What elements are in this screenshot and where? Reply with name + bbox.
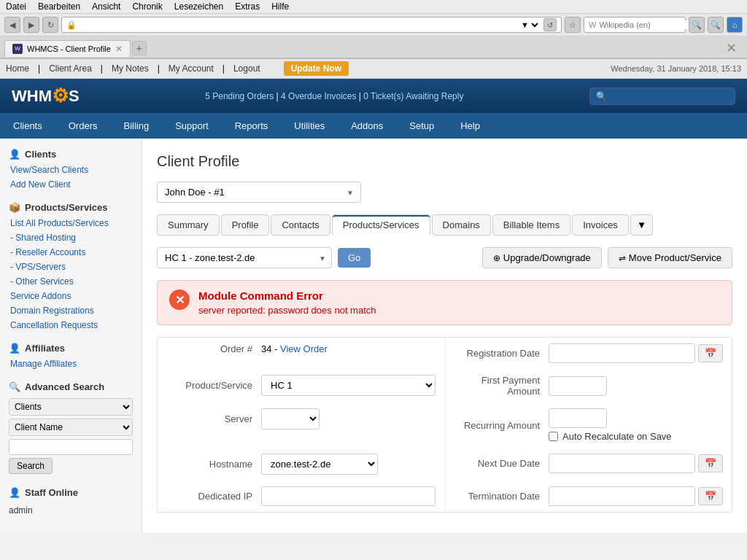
move-product-button[interactable]: ⇌ Move Product/Service bbox=[608, 247, 732, 268]
tab-contacts[interactable]: Contacts bbox=[271, 214, 330, 236]
first-payment-label: First Payment Amount bbox=[454, 375, 549, 397]
tab-billable-items[interactable]: Billable Items bbox=[492, 214, 570, 236]
sidebar-add-new-client[interactable]: Add New Client bbox=[0, 177, 142, 192]
adv-search-type-select[interactable]: Clients bbox=[9, 398, 133, 416]
sidebar-other-services[interactable]: - Other Services bbox=[0, 274, 142, 289]
form-row-1: Order # 34 - View Order Registration Dat… bbox=[158, 338, 732, 369]
sidebar-view-search-clients[interactable]: View/Search Clients bbox=[0, 163, 142, 177]
adv-search-input[interactable] bbox=[9, 439, 133, 455]
menu-chronik[interactable]: Chronik bbox=[132, 1, 162, 12]
hostname-value: zone.test-2.de bbox=[261, 454, 436, 475]
product-service-select[interactable]: HC 1 bbox=[261, 375, 436, 396]
nav-setup[interactable]: Setup bbox=[396, 113, 447, 139]
browser-search-input[interactable] bbox=[599, 20, 700, 29]
dedicated-ip-value: 192.168.2.44 bbox=[261, 486, 436, 506]
reload-button[interactable]: ↻ bbox=[42, 17, 58, 33]
sidebar-manage-affiliates[interactable]: Manage Affiliates bbox=[0, 357, 142, 371]
new-tab-button[interactable]: + bbox=[132, 41, 147, 55]
browser-toolbar: ◀ ▶ ↻ 🔒 whmcs.test-2.de/whmcs/admin/clie… bbox=[0, 14, 747, 36]
go-button[interactable]: Go bbox=[338, 248, 371, 268]
nav-my-account[interactable]: My Account bbox=[169, 63, 214, 74]
recurring-amount-input[interactable]: 1.00 bbox=[549, 408, 607, 428]
nav-client-area[interactable]: Client Area bbox=[49, 63, 92, 74]
first-payment-input[interactable]: 6.00 bbox=[549, 376, 607, 396]
tab-summary[interactable]: Summary bbox=[157, 214, 220, 236]
menu-bearbeiten[interactable]: Bearbeiten bbox=[38, 1, 80, 12]
sidebar-cancellation-requests[interactable]: Cancellation Requests bbox=[0, 318, 142, 332]
zoom-out[interactable]: 🔍 bbox=[689, 17, 705, 33]
tab-more-button[interactable]: ▼ bbox=[630, 214, 653, 236]
overdue-invoices-link[interactable]: 4 Overdue Invoices bbox=[281, 91, 356, 101]
tab-products-services[interactable]: Products/Services bbox=[332, 214, 430, 236]
nav-orders[interactable]: Orders bbox=[55, 113, 111, 139]
next-due-date-wrap: 2017-12-23 📅 bbox=[549, 454, 723, 473]
registration-date-input[interactable]: 2017-11-23 bbox=[549, 343, 695, 363]
menu-hilfe[interactable]: Hilfe bbox=[271, 1, 289, 12]
add-bookmark[interactable]: ☆ bbox=[565, 17, 581, 33]
registration-date-value: 2017-11-23 📅 bbox=[549, 343, 723, 363]
dedicated-ip-input[interactable]: 192.168.2.44 bbox=[261, 486, 436, 506]
sidebar-reseller-accounts[interactable]: - Reseller Accounts bbox=[0, 245, 142, 260]
zoom-in[interactable]: 🔍 bbox=[708, 17, 724, 33]
nav-logout[interactable]: Logout bbox=[233, 63, 260, 74]
refresh-button[interactable]: ↺ bbox=[543, 18, 557, 31]
adv-search-field-select[interactable]: Client Name bbox=[9, 419, 133, 436]
next-due-date-input[interactable]: 2017-12-23 bbox=[549, 454, 695, 473]
forward-button[interactable]: ▶ bbox=[23, 17, 39, 33]
order-number: 34 bbox=[261, 343, 271, 354]
update-now-button[interactable]: Update Now bbox=[284, 61, 349, 76]
separator: | bbox=[38, 63, 40, 74]
nav-help[interactable]: Help bbox=[447, 113, 493, 139]
menu-lesezeichen[interactable]: Lesezeichen bbox=[174, 1, 223, 12]
nav-home[interactable]: Home bbox=[6, 63, 29, 74]
nav-support[interactable]: Support bbox=[162, 113, 222, 139]
auto-recalculate-checkbox[interactable] bbox=[549, 432, 558, 441]
sidebar-shared-hosting[interactable]: - Shared Hosting bbox=[0, 230, 142, 245]
adv-search-button[interactable]: Search bbox=[9, 458, 53, 474]
nav-my-notes[interactable]: My Notes bbox=[112, 63, 149, 74]
pending-orders-link[interactable]: 5 Pending Orders bbox=[205, 91, 274, 101]
nav-addons[interactable]: Addons bbox=[338, 113, 396, 139]
server-select[interactable] bbox=[261, 408, 320, 429]
view-order-link[interactable]: View Order bbox=[280, 343, 328, 354]
client-select[interactable]: John Doe - #1 bbox=[157, 182, 361, 203]
recurring-row: Recurring Amount 1.00 Auto Recalculate o… bbox=[445, 402, 732, 448]
sidebar-list-all-products[interactable]: List All Products/Services bbox=[0, 216, 142, 230]
tab-domains[interactable]: Domains bbox=[432, 214, 491, 236]
registration-date-calendar[interactable]: 📅 bbox=[698, 344, 723, 362]
address-bar[interactable]: 🔒 whmcs.test-2.de/whmcs/admin/clientsser… bbox=[61, 17, 562, 33]
upgrade-downgrade-button[interactable]: ⊕ Upgrade/Downgrade bbox=[482, 247, 602, 268]
hostname-select[interactable]: zone.test-2.de bbox=[261, 454, 378, 475]
nav-clients[interactable]: Clients bbox=[0, 113, 55, 139]
sidebar-domain-registrations[interactable]: Domain Registrations bbox=[0, 303, 142, 318]
sidebar-service-addons[interactable]: Service Addons bbox=[0, 289, 142, 303]
termination-date-input[interactable] bbox=[549, 486, 695, 506]
bookmarks-bar: Home | Client Area | My Notes | My Accou… bbox=[0, 59, 747, 79]
termination-date-calendar[interactable]: 📅 bbox=[698, 487, 723, 505]
nav-utilities[interactable]: Utilities bbox=[281, 113, 338, 139]
sidebar-vps-servers[interactable]: - VPS/Servers bbox=[0, 260, 142, 274]
upgrade-icon: ⊕ bbox=[493, 253, 500, 263]
tab-profile[interactable]: Profile bbox=[221, 214, 270, 236]
back-button[interactable]: ◀ bbox=[4, 17, 20, 33]
menu-extras[interactable]: Extras bbox=[235, 1, 260, 12]
browser-tab[interactable]: W WHMCS - Client Profile ✕ bbox=[4, 40, 131, 57]
global-search-input[interactable] bbox=[589, 88, 735, 105]
tab-invoices[interactable]: Invoices bbox=[572, 214, 629, 236]
hostname-row: Hostname zone.test-2.de bbox=[158, 448, 444, 481]
termination-date-label: Termination Date bbox=[454, 491, 549, 502]
nav-billing[interactable]: Billing bbox=[110, 113, 162, 139]
nav-reports[interactable]: Reports bbox=[222, 113, 282, 139]
address-dropdown[interactable]: ▼ bbox=[518, 20, 541, 30]
next-due-date-calendar[interactable]: 📅 bbox=[698, 454, 723, 472]
menu-datei[interactable]: Datei bbox=[6, 1, 26, 12]
tickets-link[interactable]: 0 Ticket(s) Awaiting Reply bbox=[363, 91, 463, 101]
close-window-button[interactable]: ✕ bbox=[720, 39, 743, 58]
tab-close[interactable]: ✕ bbox=[115, 44, 123, 54]
product-row: HC 1 - zone.test-2.de Go ⊕ Upgrade/Downg… bbox=[157, 247, 732, 268]
address-input[interactable]: whmcs.test-2.de/whmcs/admin/clientsservi… bbox=[80, 20, 515, 29]
recurring-value: 1.00 Auto Recalculate on Save bbox=[549, 408, 723, 442]
menu-ansicht[interactable]: Ansicht bbox=[92, 1, 120, 12]
product-select[interactable]: HC 1 - zone.test-2.de bbox=[157, 247, 332, 268]
home-button[interactable]: ⌂ bbox=[727, 17, 743, 33]
